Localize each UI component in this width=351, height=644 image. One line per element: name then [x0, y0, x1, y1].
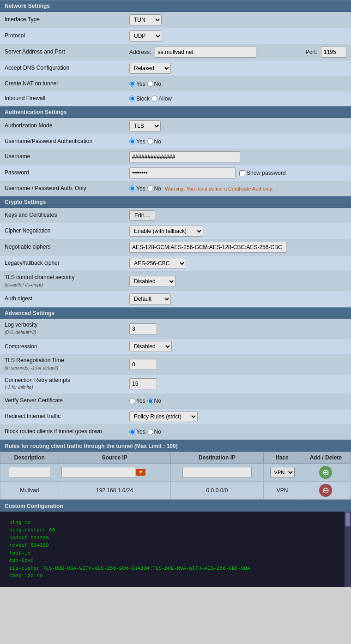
create-nat-no-radio[interactable] [147, 81, 153, 87]
verify-cert-yes-radio[interactable] [129, 398, 135, 404]
server-address-input[interactable] [155, 47, 256, 58]
advanced-settings-section: Advanced Settings Log verbosity (0-6, de… [0, 307, 351, 440]
row-delete-cell: ⊖ [301, 481, 351, 499]
inbound-firewall-row: Inbound Firewall Block Allow [0, 91, 351, 106]
custom-config-text[interactable]: ping 10 ping-restart 60 sndbuf 524288 rc… [5, 515, 340, 584]
connection-retry-input[interactable] [129, 378, 157, 389]
config-scrollbar[interactable] [345, 512, 351, 587]
up-auth-yes-option[interactable]: Yes [129, 138, 145, 145]
cipher-negotiation-select[interactable]: Enable (with fallback) Enable Disable [129, 226, 203, 237]
crypto-settings-header: Crypto Settings [0, 196, 351, 208]
log-verbosity-input[interactable] [129, 323, 157, 334]
cipher-negotiation-label: Cipher Negotiation [5, 227, 129, 235]
tls-renegotiation-control [129, 359, 346, 370]
verify-cert-no-option[interactable]: No [147, 398, 161, 404]
log-verbosity-row: Log verbosity (0-6, default=3) [0, 319, 351, 339]
block-clients-yes-radio[interactable] [129, 429, 135, 435]
add-description-cell [0, 463, 59, 481]
password-control: Show password [129, 167, 346, 179]
up-only-no-option[interactable]: No [147, 185, 161, 192]
compression-select[interactable]: Disabled Enabled Adaptive [129, 341, 172, 352]
custom-config-header: Custom Configuration [0, 501, 351, 512]
routing-table-header-row: Description Source IP Destination IP Ifa… [0, 452, 351, 463]
up-auth-only-control: Yes No Warning: You must define a Certif… [129, 185, 346, 192]
negotiable-ciphers-input[interactable] [129, 242, 286, 253]
verify-cert-no-radio[interactable] [147, 398, 153, 404]
up-auth-only-row: Username / Password Auth. Only Yes No Wa… [0, 181, 351, 196]
tls-renegotiation-input[interactable] [129, 359, 157, 370]
remove-route-button[interactable]: ⊖ [319, 484, 332, 497]
inbound-firewall-control: Block Allow [129, 95, 346, 102]
tls-control-select[interactable]: Disabled TLS Auth TLS Crypt [129, 276, 176, 287]
create-nat-control: Yes No [129, 81, 346, 87]
tls-control-label: TLS control channel security (tls-auth /… [5, 274, 129, 288]
add-description-input[interactable] [9, 467, 50, 478]
auth-settings-section: Authentication Settings Authorization Mo… [0, 106, 351, 196]
add-source-ip-input[interactable] [61, 467, 135, 478]
up-only-yes-radio[interactable] [129, 185, 135, 191]
redirect-traffic-select[interactable]: Policy Rules (strict) Always Never [129, 411, 198, 422]
col-description: Description [0, 452, 59, 463]
auth-mode-select[interactable]: TLS SSL PKI [129, 120, 161, 131]
up-auth-yes-radio[interactable] [129, 138, 135, 144]
firewall-block-radio[interactable] [129, 95, 135, 101]
add-destination-ip-cell [170, 463, 264, 481]
accept-dns-select[interactable]: Relaxed Strict None [129, 63, 171, 74]
up-auth-no-option[interactable]: No [147, 138, 161, 145]
firewall-allow-option[interactable]: Allow [151, 95, 172, 102]
edit-keys-button[interactable]: Edit.... [129, 210, 155, 221]
firewall-block-option[interactable]: Block [129, 95, 150, 102]
redirect-traffic-control: Policy Rules (strict) Always Never [129, 411, 346, 422]
server-address-label: Server Address and Port [5, 48, 129, 56]
server-port-input[interactable] [321, 47, 346, 58]
verify-cert-yes-option[interactable]: Yes [129, 398, 145, 404]
up-auth-no-radio[interactable] [147, 138, 153, 144]
create-nat-no-option[interactable]: No [147, 81, 161, 87]
connection-retry-label: Connection Retry attempts (-1 for infini… [5, 377, 129, 391]
create-nat-yes-option[interactable]: Yes [129, 81, 145, 87]
interface-type-select[interactable]: TUN TAP [129, 14, 162, 25]
keys-certs-control: Edit.... [129, 210, 346, 221]
password-row: Password Show password [0, 165, 351, 181]
scrollbar-thumb[interactable] [345, 513, 350, 526]
block-clients-no-option[interactable]: No [147, 429, 161, 435]
protocol-select[interactable]: UDP TCP [129, 30, 162, 42]
keys-certs-label: Keys and Certificates [5, 212, 129, 219]
auth-digest-select[interactable]: Default SHA1 SHA256 SHA512 [129, 293, 171, 304]
up-only-yes-option[interactable]: Yes [129, 185, 145, 192]
col-iface: Iface [264, 452, 301, 463]
redirect-traffic-label: Redirect Internet traffic [5, 413, 129, 420]
protocol-control: UDP TCP [129, 30, 346, 42]
username-input[interactable] [129, 151, 240, 162]
firewall-allow-radio[interactable] [151, 95, 157, 101]
routing-header: Rules for routing client traffic through… [0, 441, 351, 452]
auth-mode-control: TLS SSL PKI [129, 120, 346, 131]
show-password-option[interactable]: Show password [239, 170, 286, 176]
crypto-settings-section: Crypto Settings Keys and Certificates Ed… [0, 196, 351, 307]
compression-control: Disabled Enabled Adaptive [129, 341, 346, 352]
server-address-row: Server Address and Port Address: Port: [0, 44, 351, 60]
block-clients-no-radio[interactable] [147, 429, 153, 435]
port-text-label: Port: [306, 49, 317, 55]
interface-type-control: TUN TAP [129, 14, 346, 25]
network-settings-header: Network Settings [0, 0, 351, 12]
col-add-delete: Add / Delete [301, 452, 351, 463]
password-input[interactable] [129, 167, 236, 179]
add-iface-select[interactable]: VPN LAN [270, 467, 295, 478]
create-nat-yes-radio[interactable] [129, 81, 135, 87]
tls-control-row: TLS control channel security (tls-auth /… [0, 272, 351, 291]
up-only-no-radio[interactable] [147, 185, 153, 191]
username-password-auth-control: Yes No [129, 138, 346, 145]
legacy-cipher-select[interactable]: AES-256-CBC AES-128-CBC BF-CBC [129, 258, 186, 269]
keys-certs-row: Keys and Certificates Edit.... [0, 208, 351, 223]
block-clients-yes-option[interactable]: Yes [129, 429, 145, 435]
cipher-negotiation-row: Cipher Negotiation Enable (with fallback… [0, 223, 351, 239]
col-destination-ip: Destination IP [170, 452, 264, 463]
add-route-button[interactable]: ⊕ [319, 466, 332, 479]
block-routed-clients-row: Block routed clients if tunnel goes down… [0, 425, 351, 440]
dropdown-icon[interactable]: ▼ [136, 469, 145, 476]
show-password-checkbox[interactable] [239, 170, 245, 176]
block-routed-clients-control: Yes No [129, 429, 346, 435]
add-destination-ip-input[interactable] [182, 467, 252, 478]
inbound-firewall-label: Inbound Firewall [5, 95, 129, 102]
